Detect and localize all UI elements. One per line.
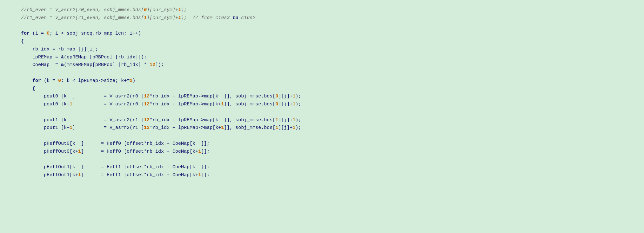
- code-block: //r0_even = V_asrr2(r0_even, sobj_mmse.b…: [0, 3, 644, 183]
- line-6: rb_idx = rb_map [j][i];: [10, 47, 98, 52]
- line-12: pout0 [k ] = V_asrr2(r0 [12*rb_idx + lpR…: [10, 94, 301, 99]
- line-10: for (k = 0; k < lpREMap->size; k+=2): [10, 78, 135, 83]
- line-13: pout0 [k+1] = V_asrr2(r0 [12*rb_idx + lp…: [10, 102, 301, 107]
- line-16: pout1 [k+1] = V_asrr2(r1 [12*rb_idx + lp…: [10, 125, 301, 130]
- line-19: pHeffOut0[k+1] = Heff0 [offset*rb_idx + …: [10, 149, 210, 154]
- line-2: //r1_even = V_asrr2(r1_even, sobj_mmse.b…: [10, 15, 255, 21]
- code-container: //r0_even = V_asrr2(r0_even, sobj_mmse.b…: [0, 0, 644, 233]
- line-1: //r0_even = V_asrr2(r0_even, sobj_mmse.b…: [10, 7, 187, 13]
- line-15: pout1 [k ] = V_asrr2(r1 [12*rb_idx + lpR…: [10, 117, 301, 123]
- line-22: pHeffOut1[k+1] = Heff1 [offset*rb_idx + …: [10, 172, 210, 178]
- line-11: {: [10, 86, 35, 91]
- line-7: lpREMap = &(gpREMap [pRBPool [rb_idx]]);: [10, 55, 147, 60]
- line-21: pHeffOut1[k ] = Heff1 [offset*rb_idx + C…: [10, 164, 210, 170]
- line-18: pHeffOut0[k ] = Heff0 [offset*rb_idx + C…: [10, 141, 210, 146]
- line-4: for (i = 0; i < sobj_sneq.rb_map_len; i+…: [10, 31, 141, 36]
- line-5: {: [10, 39, 24, 44]
- line-8: CoeMap = &(mmseREMap[pRBPool [rb_idx] * …: [10, 62, 164, 68]
